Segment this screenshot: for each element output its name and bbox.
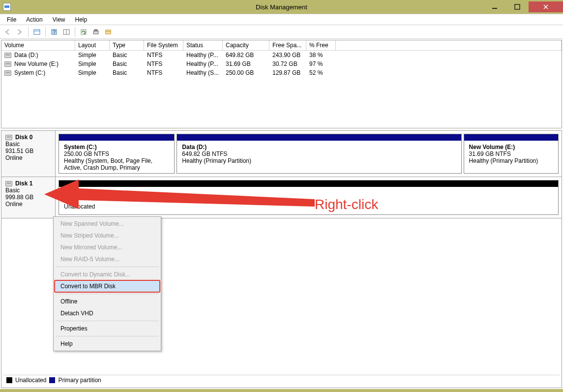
context-menu: New Spanned Volume...New Striped Volume.… <box>53 216 161 351</box>
col-filler <box>336 40 562 51</box>
menu-help[interactable]: Help <box>70 15 92 24</box>
col-status[interactable]: Status <box>183 40 223 51</box>
legend-swatch-primary <box>49 377 55 383</box>
partition[interactable]: New Volume (E:)31.69 GB NTFSHealthy (Pri… <box>464 134 559 174</box>
annotation-label: Right-click <box>315 197 378 212</box>
help-icon[interactable]: ? <box>49 27 59 37</box>
svg-rect-11 <box>93 31 98 34</box>
col-type[interactable]: Type <box>110 40 144 51</box>
volume-icon <box>4 70 11 76</box>
col-layout[interactable]: Layout <box>75 40 110 51</box>
volume-row[interactable]: New Volume (E:)SimpleBasicNTFSHealthy (P… <box>1 60 562 68</box>
back-icon[interactable] <box>2 27 13 37</box>
context-menu-item: New Striped Volume... <box>55 230 160 241</box>
minimize-button[interactable] <box>483 1 506 12</box>
refresh-icon[interactable] <box>78 27 89 37</box>
volume-list[interactable]: Volume Layout Type File System Status Ca… <box>1 40 562 128</box>
titlebar: Disk Management <box>0 0 563 14</box>
disk-row: Disk 1Basic999.88 GBOnlineUnallocated <box>1 177 562 218</box>
volume-list-header: Volume Layout Type File System Status Ca… <box>1 40 562 51</box>
context-menu-item[interactable]: Properties <box>55 323 160 334</box>
svg-text:?: ? <box>53 30 56 35</box>
settings-icon[interactable] <box>103 27 114 37</box>
disk-icon <box>5 181 12 186</box>
menu-action[interactable]: Action <box>21 15 47 24</box>
disk-info[interactable]: Disk 1Basic999.88 GBOnline <box>1 177 56 218</box>
volume-icon <box>4 61 11 67</box>
menu-view[interactable]: View <box>48 15 70 24</box>
col-filesystem[interactable]: File System <box>144 40 183 51</box>
legend-label-primary: Primary partition <box>58 377 101 384</box>
context-menu-item: New Spanned Volume... <box>55 218 160 230</box>
menubar: File Action View Help <box>0 14 563 25</box>
volume-icon <box>4 53 11 58</box>
context-menu-item[interactable]: Help <box>55 338 160 350</box>
separator <box>28 27 29 37</box>
svg-rect-12 <box>94 30 97 31</box>
disk-partitions: Unallocated <box>56 177 562 218</box>
view-icon[interactable] <box>61 27 72 37</box>
col-volume[interactable]: Volume <box>1 40 75 51</box>
col-capacity[interactable]: Capacity <box>223 40 269 51</box>
disk-row: Disk 0Basic931.51 GBOnlineSystem (C:)250… <box>1 131 562 177</box>
svg-rect-1 <box>515 4 520 9</box>
window-title: Disk Management <box>0 3 563 11</box>
svg-rect-4 <box>34 30 40 34</box>
show-hide-console-icon[interactable] <box>31 27 42 37</box>
partition-unallocated[interactable]: Unallocated <box>59 180 559 215</box>
separator <box>45 27 46 37</box>
rescan-disks-icon[interactable] <box>90 27 101 37</box>
maximize-button[interactable] <box>506 1 529 12</box>
context-menu-item[interactable]: Convert to MBR Disk <box>55 280 160 292</box>
legend: Unallocated Primary partition <box>3 375 560 385</box>
col-free[interactable]: Free Spa... <box>269 40 306 51</box>
partition[interactable]: System (C:)250.00 GB NTFSHealthy (System… <box>59 134 175 174</box>
context-menu-item: New RAID-5 Volume... <box>55 253 160 265</box>
menu-file[interactable]: File <box>2 15 21 24</box>
window-controls <box>483 1 563 12</box>
volume-row[interactable]: System (C:)SimpleBasicNTFSHealthy (S...2… <box>1 68 562 77</box>
legend-swatch-unallocated <box>6 377 12 383</box>
disk-info[interactable]: Disk 0Basic931.51 GBOnline <box>1 131 56 177</box>
context-menu-item[interactable]: Detach VHD <box>55 307 160 319</box>
context-menu-item[interactable]: Offline <box>55 296 160 307</box>
forward-icon[interactable] <box>14 27 25 37</box>
volume-row[interactable]: Data (D:)SimpleBasicNTFSHealthy (P...649… <box>1 51 562 60</box>
separator <box>75 27 75 37</box>
disk-icon <box>5 135 12 140</box>
close-button[interactable] <box>529 1 563 12</box>
col-pctfree[interactable]: % Free <box>306 40 336 51</box>
svg-rect-13 <box>106 30 111 34</box>
toolbar: ? <box>0 25 563 38</box>
legend-label-unallocated: Unallocated <box>15 377 46 384</box>
context-menu-item: New Mirrored Volume... <box>55 241 160 253</box>
app-icon <box>3 3 11 11</box>
partition[interactable]: Data (D:)649.82 GB NTFSHealthy (Primary … <box>177 134 461 174</box>
disk-partitions: System (C:)250.00 GB NTFSHealthy (System… <box>56 131 562 177</box>
context-menu-item: Convert to Dynamic Disk... <box>55 269 160 280</box>
